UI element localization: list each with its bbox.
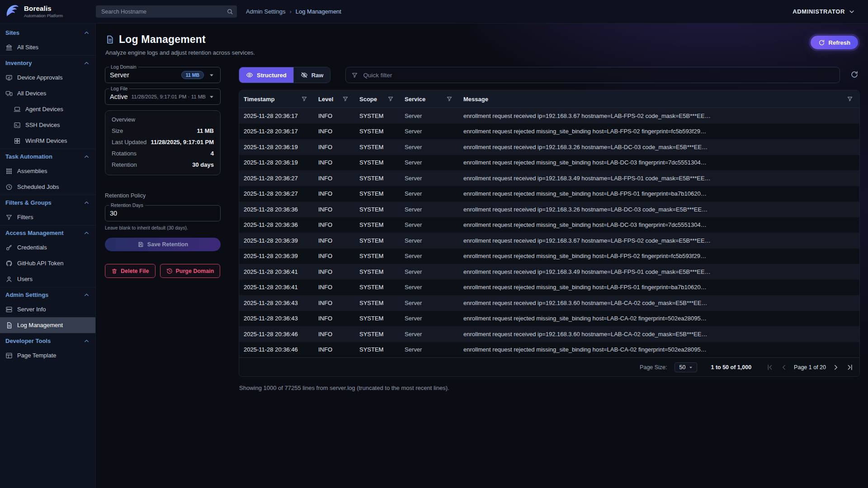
retention-policy-title: Retention Policy: [105, 192, 221, 199]
purge-domain-button[interactable]: Purge Domain: [160, 264, 221, 278]
cell-timestamp: 2025-11-28 20:36:39: [239, 253, 314, 259]
first-page-button[interactable]: [766, 363, 774, 371]
refresh-label: Refresh: [829, 39, 850, 46]
table-row[interactable]: 2025-11-28 20:36:36 INFO SYSTEM Server e…: [239, 217, 859, 233]
cell-scope: SYSTEM: [355, 268, 400, 275]
sidebar-section-filters-groups[interactable]: Filters & Groups: [0, 195, 95, 209]
breadcrumb-log-management[interactable]: Log Management: [296, 8, 341, 15]
delete-file-button[interactable]: Delete File: [105, 264, 156, 278]
sidebar-item-credentials[interactable]: Credentials: [0, 239, 95, 255]
sidebar-section-admin-settings[interactable]: Admin Settings: [0, 287, 95, 301]
sidebar-section-access-management[interactable]: Access Management: [0, 225, 95, 239]
retention-days-field[interactable]: Retention Days: [105, 205, 221, 221]
retention-days-input[interactable]: [110, 210, 216, 217]
filter-icon[interactable]: [301, 96, 307, 102]
sidebar-item-filters[interactable]: Filters: [0, 209, 95, 225]
sidebar-section-sites[interactable]: Sites: [0, 25, 95, 39]
refresh-button[interactable]: Refresh: [811, 36, 858, 49]
filter-icon[interactable]: [387, 96, 394, 102]
table-row[interactable]: 2025-11-28 20:36:39 INFO SYSTEM Server e…: [239, 233, 859, 249]
log-table: Timestamp Level Scope Service Message 20…: [239, 90, 860, 377]
chevron-up-icon: [83, 60, 90, 66]
column-header-level[interactable]: Level: [314, 90, 355, 108]
breadcrumb-admin-settings[interactable]: Admin Settings: [246, 8, 285, 15]
structured-mode-button[interactable]: Structured: [239, 67, 293, 83]
chevron-left-icon: [780, 363, 788, 371]
column-header-scope[interactable]: Scope: [355, 90, 400, 108]
page-size-select[interactable]: 50: [675, 362, 698, 372]
log-domain-value: Server: [110, 71, 129, 79]
cell-timestamp: 2025-11-28 20:36:17: [239, 128, 314, 135]
sidebar-item-assemblies[interactable]: Assemblies: [0, 163, 95, 179]
table-row[interactable]: 2025-11-28 20:36:41 INFO SYSTEM Server e…: [239, 264, 859, 280]
table-row[interactable]: 2025-11-28 20:36:41 INFO SYSTEM Server e…: [239, 280, 859, 296]
cell-service: Server: [400, 346, 459, 353]
cell-timestamp: 2025-11-28 20:36:41: [239, 284, 314, 291]
device-check-icon: [5, 74, 13, 81]
sidebar-item-label: WinRM Devices: [25, 137, 67, 144]
quick-filter[interactable]: [345, 67, 840, 83]
sidebar-section-label: Access Management: [5, 230, 64, 236]
trash-icon: [111, 268, 118, 274]
log-domain-select[interactable]: Log Domain Server 11 MB: [105, 67, 221, 83]
sidebar-item-all-devices[interactable]: All Devices: [0, 85, 95, 101]
table-refresh-button[interactable]: [849, 70, 860, 80]
cell-level: INFO: [314, 300, 355, 306]
next-page-button[interactable]: [832, 363, 840, 371]
cell-message: enrollment request received ip=192.168.3…: [459, 113, 859, 119]
sidebar-section-developer-tools[interactable]: Developer Tools: [0, 333, 95, 347]
sidebar-item-label: All Devices: [17, 90, 46, 97]
sidebar-section-task-automation[interactable]: Task Automation: [0, 149, 95, 163]
table-row[interactable]: 2025-11-28 20:36:46 INFO SYSTEM Server e…: [239, 326, 859, 342]
sidebar-item-page-template[interactable]: Page Template: [0, 347, 95, 363]
cell-level: INFO: [314, 175, 355, 182]
sidebar-item-winrm-devices[interactable]: WinRM Devices: [0, 133, 95, 149]
page-size-label: Page Size:: [640, 364, 667, 371]
table-row[interactable]: 2025-11-28 20:36:27 INFO SYSTEM Server e…: [239, 186, 859, 202]
sidebar-item-server-info[interactable]: Server Info: [0, 301, 95, 317]
raw-mode-button[interactable]: Raw: [293, 67, 330, 83]
filter-icon[interactable]: [446, 96, 453, 102]
column-header-service[interactable]: Service: [400, 90, 459, 108]
filter-icon[interactable]: [342, 96, 349, 102]
table-row[interactable]: 2025-11-28 20:36:19 INFO SYSTEM Server e…: [239, 155, 859, 171]
column-header-timestamp[interactable]: Timestamp: [239, 90, 314, 108]
search-input[interactable]: [100, 8, 226, 15]
quick-filter-input[interactable]: [362, 71, 834, 79]
column-header-message[interactable]: Message: [459, 90, 859, 108]
sidebar-section-inventory[interactable]: Inventory: [0, 56, 95, 70]
cell-timestamp: 2025-11-28 20:36:19: [239, 159, 314, 166]
table-row[interactable]: 2025-11-28 20:36:27 INFO SYSTEM Server e…: [239, 170, 859, 186]
table-row[interactable]: 2025-11-28 20:36:43 INFO SYSTEM Server e…: [239, 311, 859, 327]
sidebar-item-github-api-token[interactable]: GitHub API Token: [0, 255, 95, 271]
hostname-search[interactable]: [96, 5, 237, 18]
last-page-button[interactable]: [846, 363, 854, 371]
table-row[interactable]: 2025-11-28 20:36:43 INFO SYSTEM Server e…: [239, 295, 859, 311]
sidebar-item-users[interactable]: Users: [0, 271, 95, 287]
log-file-select[interactable]: Log File Active 11/28/2025, 9:17:01 PM ·…: [105, 89, 221, 105]
save-retention-button[interactable]: Save Retention: [105, 238, 221, 251]
sidebar-item-device-approvals[interactable]: Device Approvals: [0, 70, 95, 85]
filter-icon[interactable]: [847, 96, 853, 102]
app-logo[interactable]: Borealis Automation Platform: [0, 3, 96, 20]
sidebar-item-ssh-devices[interactable]: SSH Devices: [0, 117, 95, 133]
table-row[interactable]: 2025-11-28 20:36:36 INFO SYSTEM Server e…: [239, 202, 859, 217]
log-icon: [105, 35, 114, 44]
sidebar-item-scheduled-jobs[interactable]: Scheduled Jobs: [0, 179, 95, 195]
table-row[interactable]: 2025-11-28 20:36:39 INFO SYSTEM Server e…: [239, 249, 859, 264]
table-row[interactable]: 2025-11-28 20:36:17 INFO SYSTEM Server e…: [239, 108, 859, 124]
sidebar-item-log-management[interactable]: Log Management: [0, 317, 95, 333]
sidebar-section: Admin Settings Server Info Log Managemen…: [0, 287, 95, 333]
save-icon: [137, 241, 144, 248]
caret-down-icon: [688, 364, 694, 371]
cell-scope: SYSTEM: [355, 144, 400, 150]
sidebar-item-all-sites[interactable]: All Sites: [0, 39, 95, 55]
table-row[interactable]: 2025-11-28 20:36:17 INFO SYSTEM Server e…: [239, 124, 859, 140]
prev-page-button[interactable]: [780, 363, 788, 371]
user-menu-button[interactable]: ADMINISTRATOR: [790, 8, 858, 16]
overview-row-label: Retention: [112, 161, 137, 168]
sidebar-item-agent-devices[interactable]: Agent Devices: [0, 101, 95, 117]
table-row[interactable]: 2025-11-28 20:36:19 INFO SYSTEM Server e…: [239, 139, 859, 155]
cell-service: Server: [400, 221, 459, 228]
table-row[interactable]: 2025-11-28 20:36:46 INFO SYSTEM Server e…: [239, 342, 859, 358]
